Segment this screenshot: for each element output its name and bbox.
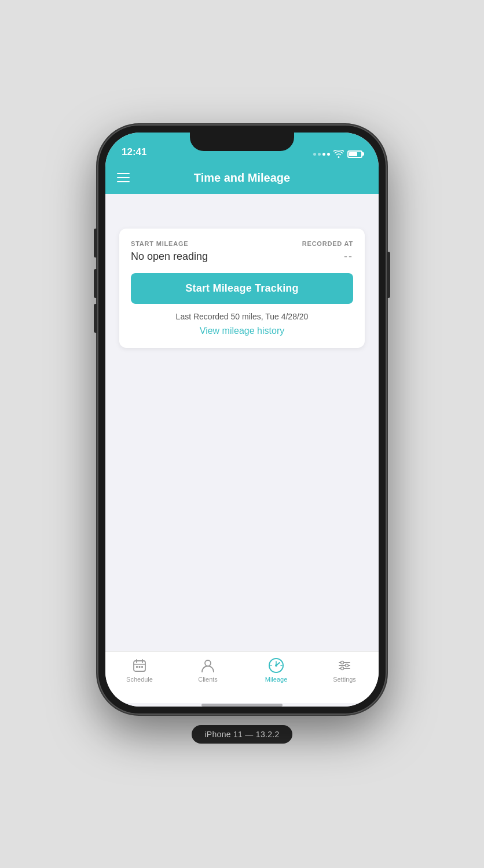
notch xyxy=(190,133,294,151)
phone-screen: 12:41 xyxy=(105,133,379,707)
clients-icon xyxy=(200,657,216,674)
tab-mileage[interactable]: Mileage xyxy=(242,657,310,683)
recorded-at-label: RECORDED AT xyxy=(302,240,353,247)
recorded-dash: -- xyxy=(344,251,353,263)
wifi-icon xyxy=(333,150,344,158)
svg-point-17 xyxy=(341,661,344,664)
svg-rect-4 xyxy=(136,666,138,668)
main-content: START MILEAGE RECORDED AT No open readin… xyxy=(105,194,379,651)
signal-icon xyxy=(313,153,330,156)
svg-point-18 xyxy=(346,664,349,667)
tab-schedule-label: Schedule xyxy=(126,676,153,683)
svg-point-7 xyxy=(205,660,211,666)
home-indicator xyxy=(105,703,379,707)
svg-line-10 xyxy=(276,663,280,665)
tab-bar: Schedule Clients xyxy=(105,651,379,703)
menu-button[interactable] xyxy=(117,173,130,182)
tab-mileage-label: Mileage xyxy=(265,676,288,683)
svg-point-19 xyxy=(341,667,344,670)
tab-settings[interactable]: Settings xyxy=(310,657,379,683)
phone-frame: 12:41 xyxy=(97,124,387,715)
start-mileage-label: START MILEAGE xyxy=(131,240,188,247)
tab-settings-label: Settings xyxy=(333,676,356,683)
status-icons xyxy=(313,150,362,158)
mileage-card: START MILEAGE RECORDED AT No open readin… xyxy=(119,229,365,348)
card-value-row: No open reading -- xyxy=(131,251,353,263)
mileage-icon xyxy=(268,657,284,674)
last-recorded-text: Last Recorded 50 miles, Tue 4/28/20 xyxy=(131,312,353,321)
tab-schedule[interactable]: Schedule xyxy=(105,657,174,683)
schedule-icon xyxy=(131,657,148,674)
card-header-row: START MILEAGE RECORDED AT xyxy=(131,240,353,247)
tab-clients[interactable]: Clients xyxy=(174,657,242,683)
svg-rect-6 xyxy=(141,666,143,668)
app-header: Time and Mileage xyxy=(105,161,379,194)
start-mileage-button[interactable]: Start Mileage Tracking xyxy=(131,273,353,304)
battery-icon xyxy=(347,150,362,158)
page-title: Time and Mileage xyxy=(194,171,290,185)
settings-icon xyxy=(336,657,353,674)
tab-clients-label: Clients xyxy=(198,676,218,683)
no-reading-text: No open reading xyxy=(131,251,208,263)
scene: 12:41 xyxy=(0,0,484,868)
svg-rect-5 xyxy=(139,666,141,668)
status-time: 12:41 xyxy=(122,146,146,158)
view-history-link[interactable]: View mileage history xyxy=(131,326,353,336)
device-label: iPhone 11 — 13.2.2 xyxy=(192,725,292,744)
